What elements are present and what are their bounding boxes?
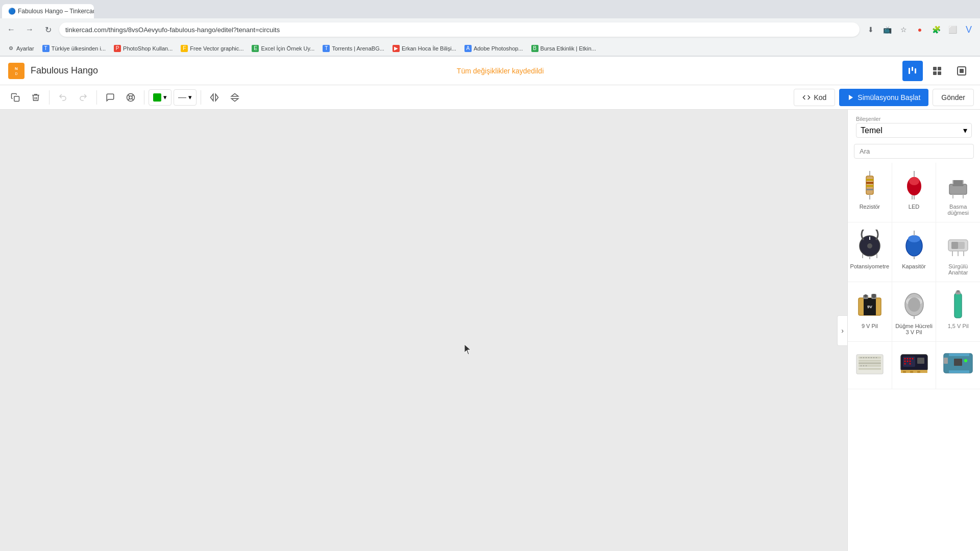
component-breadboard[interactable] [848,342,892,389]
color-dropdown-arrow: ▾ [163,93,167,101]
component-pushbutton[interactable]: Basma düğmesi [936,163,980,222]
category-dropdown[interactable]: Temel ▾ [856,123,972,138]
svg-point-73 [863,357,864,358]
bookmark-excel[interactable]: E Excel İçin Örnek Uy... [249,44,317,53]
svg-point-27 [909,177,919,185]
simulate-button[interactable]: Simülasyonu Başlat [839,89,928,106]
bookmark-adobe[interactable]: A Adobe Photoshop... [461,44,526,53]
component-battery-3v[interactable]: Düğme Hücreli 3 V Pil [892,282,937,341]
browser-toolbar: ← → ↻ ⬇ 📺 ☆ ● 🧩 ⬜ V [0,18,980,41]
svg-rect-8 [960,69,964,73]
component-resistor[interactable]: Rezistör [848,163,892,222]
component-battery-1v5[interactable]: 1,5 V Pil [936,282,980,341]
color-swatch [153,93,161,102]
component-battery-9v[interactable]: 9V 9 V Pil [848,282,892,341]
bookmark-torrents[interactable]: T Torrents | ArenaBG... [320,44,387,53]
battery-3v-label: Düğme Hücreli 3 V Pil [894,323,934,335]
battery-1v5-icon [942,288,974,321]
download-icon[interactable]: ⬇ [864,22,878,37]
address-bar[interactable] [59,22,860,37]
separator-1 [49,90,50,105]
bookmark-label: Erkan Hoca İle Bilişi... [402,45,456,52]
component-potentiometer[interactable]: Potansiyometre [848,222,892,282]
code-button[interactable]: Kod [794,89,835,106]
component-search[interactable] [854,144,974,159]
svg-point-57 [864,294,867,297]
pcb-view-button[interactable] [951,61,972,81]
component-arduino[interactable] [936,342,980,389]
active-tab[interactable]: 🔵 Fabulous Hango – Tinkercad [2,4,94,18]
copy-button[interactable] [6,88,24,107]
profile-icon[interactable]: ● [913,22,927,37]
component-microbit[interactable] [892,342,937,389]
svg-point-58 [872,294,876,298]
slide-switch-label: Sürgülü Anahtar [938,263,978,276]
line-style-button[interactable]: — ▾ [174,89,197,106]
component-capacitor[interactable]: Kapasitör [892,222,937,282]
battery-9v-label: 9 V Pil [862,323,878,329]
panel-collapse-button[interactable]: › [837,315,847,346]
send-button[interactable]: Gönder [933,89,974,106]
color-picker-button[interactable]: ▾ [149,89,172,106]
svg-rect-0 [909,68,910,74]
undo-button[interactable] [54,88,72,107]
component-slide-switch[interactable]: Sürgülü Anahtar [936,222,980,282]
svg-rect-48 [951,242,958,249]
bookmark-erkan[interactable]: ▶ Erkan Hoca İle Bilişi... [389,44,459,53]
svg-rect-69 [859,365,881,367]
bookmark-label: PhotoShop Kullan... [123,45,173,52]
bookmark-label: Bursa Etkinlik | Etkin... [541,45,596,52]
canvas-area[interactable]: › [0,110,847,551]
svg-rect-5 [933,71,937,75]
slide-switch-icon [942,229,974,261]
app-container: N D Fabulous Hango Tüm değişiklikler kay… [0,57,980,551]
svg-line-12 [128,94,130,96]
potentiometer-label: Potansiyometre [850,263,889,269]
annotation-button[interactable] [121,88,140,107]
bookmark-bursa[interactable]: B Bursa Etkinlik | Etkin... [528,44,599,53]
header-left: N D Fabulous Hango [8,63,98,79]
back-button[interactable]: ← [4,22,18,37]
svg-point-87 [912,358,913,359]
battery-9v-icon: 9V [853,288,886,321]
bookmark-vector[interactable]: F Free Vector graphic... [178,44,247,53]
svg-point-88 [904,360,905,362]
reload-button[interactable]: ↻ [41,22,55,37]
bookmark-favicon: E [252,45,259,52]
components-grid: Rezistör [848,163,980,389]
bookmark-photoshop[interactable]: P PhotoShop Kullan... [111,44,176,53]
bookmark-turkiye[interactable]: T Türkiye ülkesinden i... [39,44,109,53]
bookmark-icon[interactable]: ☆ [896,22,911,37]
svg-rect-68 [859,360,881,362]
bookmark-label: Excel İçin Örnek Uy... [261,45,314,52]
svg-rect-4 [938,67,941,70]
svg-rect-65 [957,290,960,292]
note-button[interactable] [101,88,119,107]
simulate-button-label: Simülasyonu Başlat [857,93,920,102]
svg-rect-3 [933,67,937,70]
flip-horizontal-button[interactable] [205,88,224,107]
schematic-view-button[interactable] [927,61,947,81]
menu-icon[interactable]: V [962,22,976,37]
redo-button[interactable] [74,88,92,107]
windows-icon[interactable]: ⬜ [945,22,960,37]
forward-button[interactable]: → [22,22,37,37]
cast-icon[interactable]: 📺 [880,22,894,37]
components-row-2: Potansiyometre Kapasitör [848,222,980,282]
pushbutton-icon [942,169,974,202]
component-led[interactable]: LED [892,163,937,222]
main-area: › Bileşenler Temel ▾ [0,110,980,551]
svg-point-75 [868,357,869,358]
flip-vertical-button[interactable] [226,88,244,107]
bookmark-ayarlar[interactable]: ⚙ Ayarlar [4,44,37,53]
svg-rect-93 [917,358,924,364]
browser-actions: ⬇ 📺 ☆ ● 🧩 ⬜ V [864,22,976,37]
circuit-view-button[interactable] [902,61,923,81]
svg-point-86 [909,358,911,359]
components-row-3: 9V 9 V Pil [848,282,980,342]
components-row-4 [848,342,980,389]
bookmark-favicon: P [114,45,121,52]
svg-marker-17 [464,344,471,355]
extensions-icon[interactable]: 🧩 [929,22,943,37]
delete-button[interactable] [27,88,45,107]
